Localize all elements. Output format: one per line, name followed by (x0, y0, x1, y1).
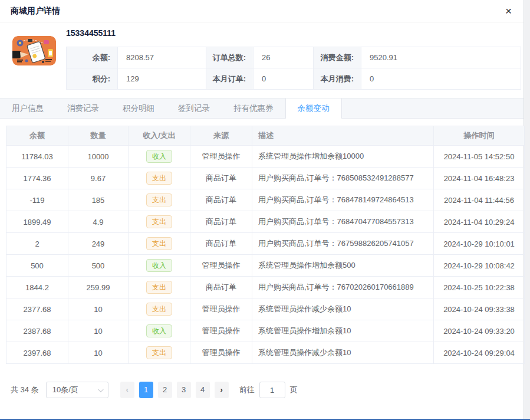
dialog-title: 商城用户详情 (11, 6, 60, 17)
cell-source: 管理员操作 (190, 255, 252, 277)
cell-source: 商品订单 (190, 233, 252, 255)
cell-source: 商品订单 (190, 277, 252, 298)
table-body: 11784.0310000收入管理员操作系统管理员操作增加余额100002024… (6, 146, 525, 364)
column-header-quantity: 数量 (68, 126, 129, 146)
table-row: 1774.369.67支出商品订单用户购买商品,订单号：768508532491… (6, 168, 525, 189)
cell-operate-time: 2024-10-24 09:33:20 (434, 320, 525, 342)
cell-balance: 500 (6, 255, 68, 277)
cell-source: 商品订单 (190, 211, 252, 233)
cell-quantity: 249 (68, 233, 129, 255)
cell-balance: 11784.03 (6, 146, 68, 168)
stat-value-total-spent: 9520.91 (361, 47, 521, 68)
pagination-total: 共 34 条 (11, 385, 39, 395)
cell-description: 系统管理员操作增加余额500 (252, 255, 434, 277)
pager: ‹1234› (118, 382, 231, 398)
direction-tag: 支出 (146, 193, 172, 206)
direction-tag: 收入 (146, 150, 172, 163)
stat-label-month-spent: 本月消费: (314, 68, 361, 90)
cell-in-out: 支出 (129, 342, 190, 364)
tab-checkin-records[interactable]: 签到记录 (166, 99, 222, 118)
stat-label-points: 积分: (67, 68, 118, 90)
direction-tag: 支出 (146, 346, 172, 359)
stat-label-total-spent: 消费金额: (314, 47, 361, 68)
direction-tag: 支出 (146, 237, 172, 250)
stat-value-month-orders: 0 (254, 68, 314, 90)
cell-description: 用户购买商品,订单号：768478149724864513 (252, 189, 434, 211)
chevron-down-icon (98, 386, 104, 392)
page-button-4[interactable]: 4 (196, 382, 210, 398)
prev-page-button[interactable]: ‹ (120, 382, 134, 398)
table-row: 500500收入管理员操作系统管理员操作增加余额5002024-10-29 10… (6, 255, 525, 277)
cell-description: 系统管理员操作减少余额10 (252, 342, 434, 364)
cell-quantity: 259.99 (68, 277, 129, 298)
cell-balance: 1899.49 (6, 211, 68, 233)
table-row: 1844.2259.99支出商品订单用户购买商品,订单号：76702026017… (6, 277, 525, 298)
column-header-description: 描述 (252, 126, 434, 146)
cell-balance: 1844.2 (6, 277, 68, 298)
cell-description: 系统管理员操作增加余额10 (252, 320, 434, 342)
direction-tag: 支出 (146, 215, 172, 228)
next-page-button[interactable]: › (215, 382, 229, 398)
table-row: 2387.6810收入管理员操作系统管理员操作增加余额102024-10-24 … (6, 320, 525, 342)
table-header-row: 余额数量收入/支出来源描述操作时间 (6, 126, 525, 146)
cell-quantity: 10 (68, 320, 129, 342)
tab-points-detail[interactable]: 积分明细 (111, 99, 166, 118)
goto-page-input[interactable] (259, 382, 285, 398)
cell-operate-time: 2024-10-24 09:29:04 (434, 342, 525, 364)
user-info-block: 15334455111 余额: 8208.57 订单总数: 26 消费金额: 9… (66, 27, 521, 90)
tab-balance-changes[interactable]: 余额变动 (285, 99, 342, 119)
direction-tag: 支出 (146, 303, 172, 316)
page-button-3[interactable]: 3 (177, 382, 191, 398)
direction-tag: 收入 (146, 324, 172, 337)
cell-description: 用户购买商品,订单号：767020260170661889 (252, 277, 434, 298)
column-header-operate-time: 操作时间 (434, 126, 525, 146)
cell-source: 商品订单 (190, 168, 252, 189)
cell-quantity: 500 (68, 255, 129, 277)
table-row: 2249支出商品订单用户购买商品,订单号：7675988262057410572… (6, 233, 525, 255)
page-button-1[interactable]: 1 (139, 382, 153, 398)
cell-quantity: 9.67 (68, 168, 129, 189)
table-row: 11784.0310000收入管理员操作系统管理员操作增加余额100002024… (6, 146, 525, 168)
tab-user-info[interactable]: 用户信息 (0, 99, 55, 118)
cell-balance: 1774.36 (6, 168, 68, 189)
goto-page-suffix: 页 (290, 385, 298, 395)
cell-in-out: 收入 (129, 146, 190, 168)
cell-quantity: 10 (68, 342, 129, 364)
cell-in-out: 支出 (129, 277, 190, 298)
table-row: 2377.6810支出管理员操作系统管理员操作减少余额102024-10-24 … (6, 298, 525, 320)
cell-operate-time: 2024-11-04 11:44:56 (434, 189, 525, 211)
table-row: -119185支出商品订单用户购买商品,订单号：7684781497248645… (6, 189, 525, 211)
direction-tag: 支出 (146, 172, 172, 185)
page-size-value: 10条/页 (52, 385, 78, 395)
column-header-in-out: 收入/支出 (129, 126, 190, 146)
pagination: 共 34 条 10条/页 ‹1234› 前往 页 (11, 382, 518, 398)
cell-description: 用户购买商品,订单号：768470477084557313 (252, 211, 434, 233)
cell-in-out: 支出 (129, 233, 190, 255)
tab-coupons-held[interactable]: 持有优惠券 (222, 99, 285, 118)
cell-description: 系统管理员操作增加余额10000 (252, 146, 434, 168)
user-stats-table: 余额: 8208.57 订单总数: 26 消费金额: 9520.91 积分: 1… (66, 47, 521, 90)
tab-consume-records[interactable]: 消费记录 (55, 99, 111, 118)
cell-balance: 2377.68 (6, 298, 68, 320)
stat-value-total-orders: 26 (254, 47, 314, 68)
stat-label-balance: 余额: (67, 47, 118, 68)
page-button-2[interactable]: 2 (158, 382, 172, 398)
stat-value-points: 129 (118, 68, 206, 90)
cell-description: 用户购买商品,订单号：767598826205741057 (252, 233, 434, 255)
cell-in-out: 支出 (129, 211, 190, 233)
user-detail-dialog: 商城用户详情 × (0, 0, 524, 420)
balance-change-table: 余额数量收入/支出来源描述操作时间 11784.0310000收入管理员操作系统… (6, 126, 525, 364)
cell-quantity: 185 (68, 189, 129, 211)
cell-balance: 2 (6, 233, 68, 255)
direction-tag: 收入 (146, 259, 172, 272)
stat-value-balance: 8208.57 (118, 47, 206, 68)
close-icon[interactable]: × (502, 4, 515, 18)
cell-in-out: 支出 (129, 298, 190, 320)
page-size-select[interactable]: 10条/页 (46, 382, 108, 398)
column-header-source: 来源 (190, 126, 252, 146)
goto-label: 前往 (239, 385, 255, 395)
cell-source: 管理员操作 (190, 320, 252, 342)
cell-in-out: 支出 (129, 168, 190, 189)
cell-description: 用户购买商品,订单号：768508532491288577 (252, 168, 434, 189)
cell-operate-time: 2024-10-25 10:22:38 (434, 277, 525, 298)
